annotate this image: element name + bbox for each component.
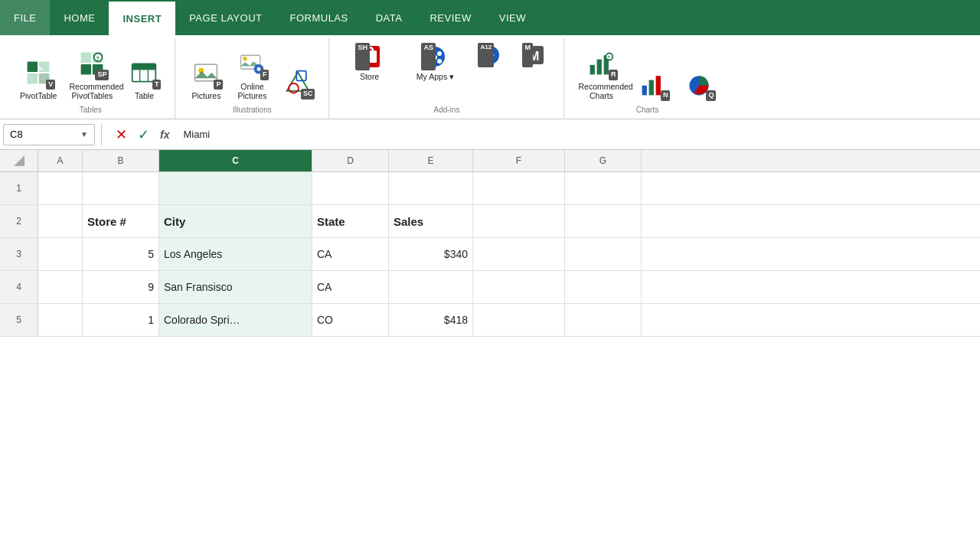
bing-maps-button[interactable]: A12	[470, 41, 510, 69]
tables-group-label: Tables	[80, 106, 102, 116]
cell-b2[interactable]: Store #	[83, 205, 159, 237]
svg-text:?: ?	[96, 54, 100, 61]
formula-bar-action-icons: ✕ ✓ fx	[113, 125, 175, 145]
svg-rect-0	[28, 62, 38, 73]
table-button[interactable]: T Table	[122, 54, 165, 103]
confirm-icon[interactable]: ✓	[135, 125, 152, 145]
cell-d5[interactable]: CO	[312, 304, 389, 336]
illustrations-group-label: Illustrations	[233, 106, 272, 116]
table-row: 3 5 Los Angeles CA $340	[0, 238, 980, 271]
cell-g4[interactable]	[565, 271, 642, 303]
row-header-1[interactable]: 1	[0, 172, 38, 204]
recommended-charts-button[interactable]: ? R RecommendedCharts	[573, 45, 629, 103]
row-header-2[interactable]: 2	[0, 205, 38, 237]
cell-g3[interactable]	[565, 238, 642, 270]
cell-a3[interactable]	[38, 238, 83, 270]
row-header-4[interactable]: 4	[0, 271, 38, 303]
cell-a2[interactable]	[38, 205, 83, 237]
spreadsheet: A B C D E F G 1 2 Store # City State Sal…	[0, 150, 980, 337]
bar-chart-button[interactable]: N	[632, 66, 675, 103]
cell-a4[interactable]	[38, 271, 83, 303]
svg-point-18	[243, 57, 247, 60]
svg-marker-43	[14, 155, 24, 166]
cell-g2[interactable]	[565, 205, 642, 237]
cell-e4[interactable]	[389, 271, 473, 303]
cell-e5[interactable]: $418	[389, 304, 473, 336]
addins-group-label: Add-ins	[434, 106, 460, 116]
cell-g1[interactable]	[565, 172, 642, 204]
pictures-button[interactable]: P Pictures	[185, 54, 227, 103]
col-header-c[interactable]: C	[159, 150, 312, 171]
tab-data[interactable]: DATA	[362, 0, 416, 35]
cell-b1[interactable]	[83, 172, 159, 204]
tab-insert[interactable]: INSERT	[109, 0, 175, 35]
ribbon-group-charts: ? R RecommendedCharts N	[564, 38, 730, 119]
col-header-e[interactable]: E	[389, 150, 473, 171]
cell-f1[interactable]	[473, 172, 565, 204]
store-button[interactable]: SH Store	[338, 41, 400, 83]
tab-formulas[interactable]: FORMULAS	[276, 0, 361, 35]
pie-chart-button[interactable]: Q	[678, 66, 720, 103]
cell-e3[interactable]: $340	[389, 238, 473, 270]
cell-b3[interactable]: 5	[83, 238, 159, 270]
cell-g5[interactable]	[565, 304, 642, 336]
tab-file[interactable]: FILE	[0, 0, 50, 35]
svg-rect-40	[649, 80, 654, 96]
my-apps-button[interactable]: AS My Apps ▾	[404, 41, 466, 83]
cell-c1[interactable]	[159, 172, 312, 204]
ribbon-group-tables: V PivotTable ? SP Recommen	[6, 38, 175, 119]
cell-e2[interactable]: Sales	[389, 205, 473, 237]
tab-view[interactable]: VIEW	[485, 0, 540, 35]
cell-c3[interactable]: Los Angeles	[159, 238, 312, 270]
cell-d2[interactable]: State	[312, 205, 389, 237]
svg-rect-15	[195, 65, 217, 82]
tab-home[interactable]: HOME	[50, 0, 109, 35]
cell-d3[interactable]: CA	[312, 238, 389, 270]
col-header-g[interactable]: G	[565, 150, 642, 171]
m-button[interactable]: M M	[514, 41, 554, 69]
col-header-d[interactable]: D	[312, 150, 389, 171]
shapes-button[interactable]: SC	[276, 64, 319, 103]
charts-group-label: Charts	[636, 106, 658, 116]
cell-c4[interactable]: San Fransisco	[159, 271, 312, 303]
function-icon[interactable]: fx	[157, 127, 172, 142]
cell-a1[interactable]	[38, 172, 83, 204]
formula-bar: C8 ▼ ✕ ✓ fx	[0, 119, 980, 150]
cell-f4[interactable]	[473, 271, 565, 303]
name-box-dropdown-icon[interactable]: ▼	[80, 130, 88, 139]
cell-c2[interactable]: City	[159, 205, 312, 237]
cell-b5[interactable]: 1	[83, 304, 159, 336]
name-box[interactable]: C8 ▼	[3, 124, 95, 145]
ribbon-content: V PivotTable ? SP Recommen	[0, 35, 980, 119]
recommended-pivot-button[interactable]: ? SP RecommendedPivotTables	[64, 45, 119, 103]
ribbon-tabs: FILE HOME INSERT PAGE LAYOUT FORMULAS DA…	[0, 0, 980, 35]
cell-e1[interactable]	[389, 172, 473, 204]
cell-a5[interactable]	[38, 304, 83, 336]
row-header-5[interactable]: 5	[0, 304, 38, 336]
cell-f2[interactable]	[473, 205, 565, 237]
cell-b4[interactable]: 9	[83, 271, 159, 303]
corner-cell	[0, 150, 38, 171]
cell-f3[interactable]	[473, 238, 565, 270]
tab-page-layout[interactable]: PAGE LAYOUT	[175, 0, 276, 35]
ribbon-group-illustrations: P Pictures F OnlinePictures	[175, 38, 329, 119]
online-pictures-button[interactable]: F OnlinePictures	[230, 45, 273, 103]
cell-c5[interactable]: Colorado Spri…	[159, 304, 312, 336]
row-header-3[interactable]: 3	[0, 238, 38, 270]
tab-review[interactable]: REVIEW	[416, 0, 485, 35]
table-row: 2 Store # City State Sales	[0, 205, 980, 238]
svg-rect-14	[132, 64, 156, 70]
svg-rect-34	[590, 65, 595, 75]
formula-input[interactable]	[183, 129, 977, 140]
cell-d1[interactable]	[312, 172, 389, 204]
cell-f5[interactable]	[473, 304, 565, 336]
cancel-icon[interactable]: ✕	[113, 125, 130, 145]
col-header-a[interactable]: A	[38, 150, 83, 171]
cell-d4[interactable]: CA	[312, 271, 389, 303]
svg-rect-39	[642, 86, 647, 96]
ribbon-group-addins: SH Store AS My Apps ▾	[329, 38, 564, 119]
svg-rect-35	[597, 59, 602, 74]
col-header-f[interactable]: F	[473, 150, 565, 171]
pivot-table-button[interactable]: V PivotTable	[15, 54, 61, 103]
col-header-b[interactable]: B	[83, 150, 159, 171]
